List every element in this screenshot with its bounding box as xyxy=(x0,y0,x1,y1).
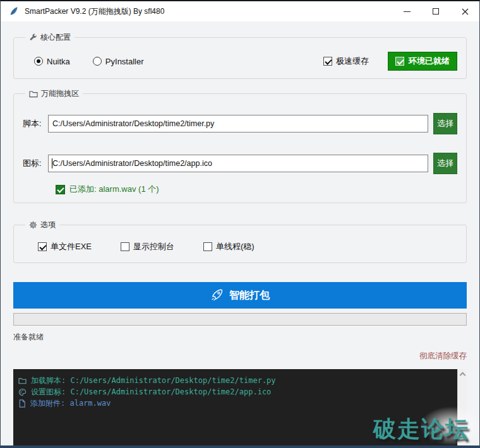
group-core-title: 核心配置 xyxy=(25,32,75,43)
checkbox-single-thread-label: 单线程(稳) xyxy=(216,241,255,252)
maximize-button[interactable] xyxy=(421,1,450,21)
script-path-input[interactable] xyxy=(48,115,428,133)
smart-pack-button[interactable]: 智能打包 xyxy=(13,282,467,309)
check-icon xyxy=(395,57,404,66)
minimize-icon xyxy=(404,11,411,12)
log-line: 设置图标: C:/Users/Administrator/Desktop/tim… xyxy=(18,386,452,398)
gear-icon xyxy=(29,221,37,229)
script-input-wrap xyxy=(48,115,428,133)
script-select-button[interactable]: 选择 xyxy=(433,113,457,134)
script-row: 脚本: 选择 xyxy=(23,113,457,134)
attachment-added-label: 已添加: alarm.wav (1 个) xyxy=(69,184,159,195)
checkbox-show-console[interactable] xyxy=(121,242,129,251)
script-label: 脚本: xyxy=(23,118,48,129)
icon-label: 图标: xyxy=(23,158,48,169)
text-caret xyxy=(52,158,52,168)
group-drag-title: 万能拖拽区 xyxy=(25,88,83,99)
close-icon xyxy=(462,8,469,15)
option-onefile-exe: 单文件EXE xyxy=(38,241,92,252)
scroll-up-icon xyxy=(459,372,465,379)
checkbox-onefile-exe-label: 单文件EXE xyxy=(51,241,92,252)
group-core-config: 核心配置 Nuitka PyInstaller 极速缓存 环境已就绪 xyxy=(13,32,467,79)
checkbox-show-console-label: 显示控制台 xyxy=(133,241,174,252)
link-row: 彻底清除缓存 xyxy=(13,350,467,362)
close-button[interactable] xyxy=(450,1,479,21)
checkbox-attachment-added[interactable] xyxy=(56,185,65,194)
checkbox-fast-cache-label: 极速缓存 xyxy=(336,56,369,67)
radio-pyinstaller[interactable] xyxy=(93,57,102,66)
window-title: SmartPacker V9.2 (万能拖拽版) By sfl480 xyxy=(25,6,164,17)
minimize-button[interactable] xyxy=(392,1,421,21)
icon-row: 图标: 选择 xyxy=(23,153,457,174)
radio-pyinstaller-label: PyInstaller xyxy=(105,57,144,66)
window-controls xyxy=(392,1,479,21)
option-single-thread: 单线程(稳) xyxy=(203,241,255,252)
main-content: 核心配置 Nuitka PyInstaller 极速缓存 环境已就绪 xyxy=(1,32,479,448)
maximize-icon xyxy=(433,8,439,15)
log-line: 加载脚本: C:/Users/Administrator/Desktop/tim… xyxy=(18,375,452,386)
feather-app-icon xyxy=(9,6,19,16)
group-options-title: 选项 xyxy=(25,220,59,230)
status-text: 准备就绪 xyxy=(13,332,467,343)
group-drag-zone: 万能拖拽区 脚本: 选择 图标: 选择 已添加: alarm.wav (1 xyxy=(13,88,467,203)
wrench-icon xyxy=(29,33,37,42)
title-bar: SmartPacker V9.2 (万能拖拽版) By sfl480 xyxy=(1,1,479,21)
clear-cache-link[interactable]: 彻底清除缓存 xyxy=(419,351,467,360)
app-window: SmartPacker V9.2 (万能拖拽版) By sfl480 核心配置 xyxy=(0,0,480,448)
radio-nuitka[interactable] xyxy=(34,57,43,66)
rocket-icon xyxy=(210,289,223,302)
folder-icon xyxy=(18,377,27,384)
env-ready-button[interactable]: 环境已就绪 xyxy=(388,52,457,71)
checkbox-fast-cache[interactable] xyxy=(323,57,332,66)
options-row: 单文件EXE 显示控制台 单线程(稳) xyxy=(23,241,457,255)
log-line: 添加附件: alarm.wav xyxy=(18,398,452,409)
core-config-row: Nuitka PyInstaller 极速缓存 环境已就绪 xyxy=(23,52,457,71)
folder-icon xyxy=(29,90,38,98)
progress-bar xyxy=(13,313,467,326)
palette-icon xyxy=(18,388,27,396)
radio-nuitka-label: Nuitka xyxy=(47,57,70,66)
option-show-console: 显示控制台 xyxy=(121,241,174,252)
group-options: 选项 单文件EXE 显示控制台 单线程(稳) xyxy=(13,220,467,263)
checkbox-single-thread[interactable] xyxy=(203,242,212,251)
checkbox-onefile-exe[interactable] xyxy=(38,242,47,251)
attachment-icon xyxy=(18,399,26,408)
icon-select-button[interactable]: 选择 xyxy=(433,153,457,174)
icon-path-input[interactable] xyxy=(48,155,428,172)
watermark-text: 破走论坛 xyxy=(373,414,469,445)
attachment-added-row: 已添加: alarm.wav (1 个) xyxy=(23,184,457,195)
icon-input-wrap xyxy=(48,155,428,172)
